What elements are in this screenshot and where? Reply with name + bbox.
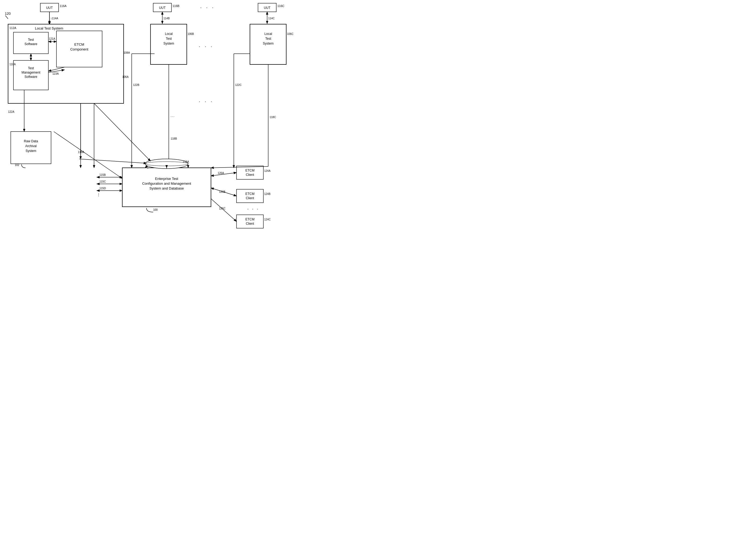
client-dots: . . . xyxy=(247,205,259,211)
enterprise-label-2: Configuration and Management xyxy=(142,182,191,186)
architecture-svg: 120 UUT 116A UUT 116B . . . UUT 116C xyxy=(0,0,378,267)
uut-dots: . . . xyxy=(200,4,215,9)
ref-121a: 121A xyxy=(49,37,55,40)
uut-b-ref: 116B xyxy=(173,4,179,8)
ref-126c: 126C xyxy=(219,207,226,210)
etcm-component-label-2: Component xyxy=(70,47,89,51)
enterprise-label-3: System and Database xyxy=(149,186,184,191)
lts-b-label-2: Test xyxy=(166,37,172,40)
raw-data-label-3: System xyxy=(26,149,36,153)
test-software-label-2: Software xyxy=(24,42,37,46)
uut-a-label: UUT xyxy=(46,6,53,10)
ref-115b: 115B xyxy=(99,173,106,176)
network-ellipse-inner xyxy=(145,162,188,166)
ref-108a: 108A xyxy=(123,51,130,54)
lts-b-label-3: System xyxy=(163,41,174,45)
left-dots: ⋮ xyxy=(97,192,100,197)
raw-data-label-2: Archival xyxy=(25,144,37,148)
uut-c-label: UUT xyxy=(264,6,271,10)
ref-106b: 106B xyxy=(188,33,194,36)
middle-dots-2: . . . xyxy=(199,98,214,103)
ref-124b: 124B xyxy=(264,192,271,195)
ref-110a: 110A xyxy=(10,63,16,66)
etcm-client-a-box xyxy=(236,166,263,179)
uut-c-ref: 116C xyxy=(277,4,284,8)
ref-126b: 126B xyxy=(219,191,226,193)
figure-label: 120 xyxy=(5,12,11,15)
ref-118b: 118B xyxy=(171,137,177,140)
ref-124c: 124C xyxy=(264,218,271,221)
ref-122a: 122A xyxy=(8,110,14,113)
ref-118c: 118C xyxy=(270,116,276,119)
ref-126a: 126A xyxy=(218,171,224,174)
ref-115d: 115D xyxy=(99,187,106,190)
test-mgmt-label-2: Management xyxy=(21,71,40,74)
etcm-client-c-box xyxy=(236,215,263,228)
etcm-client-c-label-1: ETCM xyxy=(245,217,255,221)
ref-118a: 118A xyxy=(78,151,84,154)
ref-122c: 122C xyxy=(235,84,242,87)
lts-c-label-3: System xyxy=(263,41,274,45)
etcm-client-b-box xyxy=(236,189,263,203)
lts-b-label-1: Local xyxy=(165,32,173,36)
ref-115a: 115A xyxy=(183,160,189,163)
middle-dots-1: . . . xyxy=(199,43,214,48)
etcm-client-b-label-2: Client xyxy=(246,196,254,200)
lts-c-label-1: Local xyxy=(264,32,272,36)
ref-112a: 112A xyxy=(10,26,16,30)
ref-114c: 114C xyxy=(268,17,275,20)
ref-124a: 124A xyxy=(264,169,271,172)
ref-122b: 122B xyxy=(133,84,140,87)
uut-b-label: UUT xyxy=(159,6,166,10)
ref-115c: 115C xyxy=(99,180,106,183)
ref-114b: 114B xyxy=(163,17,170,20)
etcm-client-b-label-1: ETCM xyxy=(245,192,255,196)
raw-data-label-1: Raw Data xyxy=(24,139,38,143)
local-test-system-a-label: Local Test System xyxy=(35,26,63,30)
diagram-container: 120 UUT 116A UUT 116B . . . UUT 116C xyxy=(0,0,378,267)
line-dots: ... xyxy=(171,114,175,117)
etcm-client-a-label-1: ETCM xyxy=(245,168,255,172)
test-software-label-1: Test xyxy=(28,38,34,41)
ref-100: 100 xyxy=(153,208,158,211)
test-mgmt-label-3: Software xyxy=(24,75,37,79)
lts-c-label-2: Test xyxy=(265,37,271,40)
etcm-component-label-1: ETCM xyxy=(74,42,84,46)
ref-106c: 106C xyxy=(287,33,293,36)
uut-a-ref: 116A xyxy=(60,4,67,8)
ref-106a: 106A xyxy=(122,75,129,78)
ref-123a: 123A xyxy=(52,72,59,75)
etcm-client-a-label-2: Client xyxy=(246,173,254,177)
test-mgmt-label-1: Test xyxy=(28,66,34,70)
ref-102: 102 xyxy=(15,164,19,166)
enterprise-label-1: Enterprise Test xyxy=(155,177,178,181)
ref-114a: ↕114A xyxy=(50,17,58,20)
etcm-client-c-label-2: Client xyxy=(246,222,254,225)
